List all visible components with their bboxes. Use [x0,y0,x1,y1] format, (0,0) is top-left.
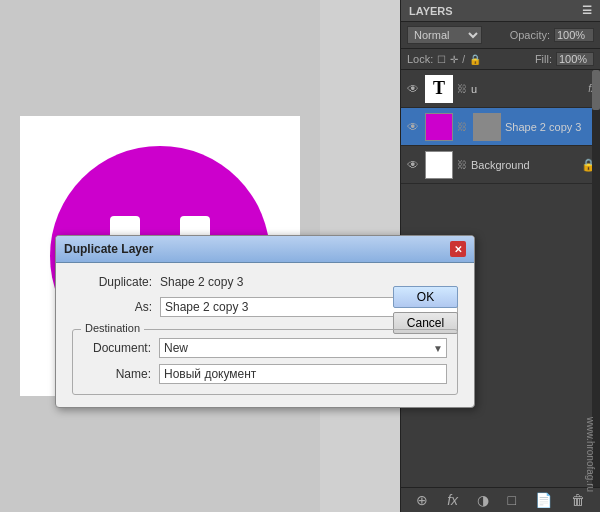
layer-row-background[interactable]: 👁 ⛓ Background 🔒 [401,146,600,184]
duplicate-value: Shape 2 copy 3 [160,275,243,289]
layers-title: LAYERS [409,5,453,17]
opacity-label: Opacity: [510,29,550,41]
document-label: Document: [83,341,151,355]
layer-thumb-background [425,151,453,179]
layer-eye-shape[interactable]: 👁 [405,119,421,135]
all-lock-icon[interactable]: 🔒 [469,54,481,65]
new-group-icon[interactable]: □ [508,492,516,508]
layer-eye-background[interactable]: 👁 [405,157,421,173]
layers-panel-header: LAYERS ☰ [401,0,600,22]
link-icon[interactable]: ⊕ [416,492,428,508]
layers-menu-icon[interactable]: ☰ [582,4,592,17]
layers-footer: ⊕ fx ◑ □ 📄 🗑 [401,487,600,512]
dialog-close-button[interactable]: ✕ [450,241,466,257]
layer-chain-background: ⛓ [457,159,467,170]
document-row: Document: New Current ▼ [83,338,447,358]
dialog-title: Duplicate Layer [64,242,153,256]
layer-name-background: Background [471,159,577,171]
scroll-thumb[interactable] [592,70,600,110]
layer-thumb-text: T [425,75,453,103]
new-layer-icon[interactable]: 📄 [535,492,552,508]
layer-chain-shape: ⛓ [457,121,467,132]
name-row: Name: [83,364,447,384]
watermark: www.hronofag.ru [585,417,596,492]
lock-label: Lock: [407,53,433,65]
document-select[interactable]: New Current [159,338,447,358]
lock-checkbox-icon[interactable]: ☐ [437,54,446,65]
adjustment-icon[interactable]: ◑ [477,492,489,508]
layers-controls: Normal Opacity: [401,22,600,49]
ok-button[interactable]: OK [393,286,458,308]
blend-mode-select[interactable]: Normal [407,26,482,44]
document-select-wrapper: New Current ▼ [159,338,447,358]
name-label: Name: [83,367,151,381]
destination-group: Destination Document: New Current ▼ Name… [72,329,458,395]
paint-lock-icon[interactable]: / [462,54,465,65]
opacity-input[interactable] [554,28,594,42]
duplicate-layer-dialog[interactable]: Duplicate Layer ✕ OK Cancel Duplicate: S… [55,235,475,408]
lock-row: Lock: ☐ ✛ / 🔒 Fill: [401,49,600,70]
fill-label: Fill: [535,53,552,65]
fill-input[interactable] [556,52,594,66]
trash-icon[interactable]: 🗑 [571,492,585,508]
duplicate-label: Duplicate: [72,275,152,289]
move-lock-icon[interactable]: ✛ [450,54,458,65]
layer-row-shape[interactable]: 👁 ⛓ Shape 2 copy 3 [401,108,600,146]
dialog-titlebar: Duplicate Layer ✕ [56,236,474,263]
fx-icon[interactable]: fx [447,492,458,508]
layer-name-text: u [471,83,582,95]
dialog-body: OK Cancel Duplicate: Shape 2 copy 3 As: … [56,263,474,407]
dialog-buttons: OK Cancel [393,286,458,334]
name-input[interactable] [159,364,447,384]
destination-legend: Destination [81,322,144,334]
layer-chain-text: ⛓ [457,83,467,94]
layer-thumb-shape-purple [425,113,453,141]
layer-eye-text[interactable]: 👁 [405,81,421,97]
layer-name-shape: Shape 2 copy 3 [505,121,596,133]
layer-row-text[interactable]: 👁 T ⛓ u fx [401,70,600,108]
close-icon: ✕ [454,244,462,255]
as-label: As: [72,300,152,314]
layer-thumb-shape-mask [473,113,501,141]
